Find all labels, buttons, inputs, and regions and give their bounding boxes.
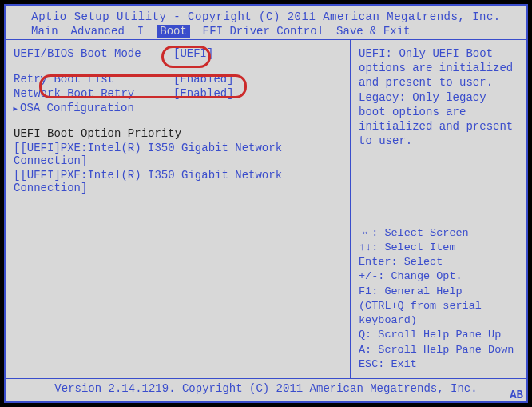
help-key-esc: ESC: Exit xyxy=(359,357,518,372)
help-description: UEFI: Only UEFI Boot options are initial… xyxy=(359,46,518,148)
help-key-screen: →←: Select Screen xyxy=(359,226,518,241)
boot-priority-header: UEFI Boot Option Priority xyxy=(14,126,342,141)
boot-option-1[interactable]: [[UEFI]PXE:Intel(R) I350 Gigabit Network… xyxy=(14,141,342,168)
boot-mode-label: UEFI/BIOS Boot Mode xyxy=(14,47,173,60)
tab-main[interactable]: Main xyxy=(31,25,58,38)
bios-frame: Aptio Setup Utility - Copyright (C) 2011… xyxy=(4,4,528,403)
bios-left-panel: UEFI/BIOS Boot Mode [UEFI] Retry Boot Li… xyxy=(6,40,351,378)
bios-right-panel: UEFI: Only UEFI Boot options are initial… xyxy=(351,40,526,378)
boot-mode-value: [UEFI] xyxy=(173,47,213,60)
row-network-retry[interactable]: Network Boot Retry [Enabled] xyxy=(14,86,342,101)
tab-advanced[interactable]: Advanced xyxy=(71,25,125,38)
help-key-serial: (CTRL+Q from serial keyboard) xyxy=(359,299,518,328)
help-key-change: +/-: Change Opt. xyxy=(359,269,518,284)
bios-tabs: Main Advanced I Boot EFI Driver Control … xyxy=(12,25,520,38)
help-divider xyxy=(351,221,526,221)
bios-content: UEFI/BIOS Boot Mode [UEFI] Retry Boot Li… xyxy=(6,39,526,379)
bios-footer: Version 2.14.1219. Copyright (C) 2011 Am… xyxy=(6,379,526,398)
help-key-select: Enter: Select xyxy=(359,255,518,269)
bios-title: Aptio Setup Utility - Copyright (C) 2011… xyxy=(12,10,520,23)
retry-boot-value: [Enabled] xyxy=(173,73,234,86)
help-key-q: Q: Scroll Help Pane Up xyxy=(359,328,518,342)
submenu-arrow-icon: ▸ xyxy=(12,102,18,115)
row-osa-config[interactable]: ▸ OSA Configuration xyxy=(14,101,342,115)
network-retry-value: [Enabled] xyxy=(173,87,234,100)
help-key-a: A: Scroll Help Pane Down xyxy=(359,343,518,357)
spacer xyxy=(14,115,342,126)
help-key-f1: F1: General Help xyxy=(359,285,518,299)
boot-option-2[interactable]: [[UEFI]PXE:Intel(R) I350 Gigabit Network… xyxy=(14,168,342,195)
network-retry-label: Network Boot Retry xyxy=(14,87,173,100)
tab-efi-driver[interactable]: EFI Driver Control xyxy=(203,25,324,38)
spacer xyxy=(14,61,342,72)
osa-config-label: OSA Configuration xyxy=(14,102,173,114)
tab-partial[interactable]: I xyxy=(137,25,144,38)
ab-badge: AB xyxy=(506,389,526,401)
retry-boot-label: Retry Boot List xyxy=(14,73,173,86)
tab-save-exit[interactable]: Save & Exit xyxy=(336,25,410,38)
help-key-item: ↑↓: Select Item xyxy=(359,241,518,255)
help-keys: →←: Select Screen ↑↓: Select Item Enter:… xyxy=(359,226,518,372)
bios-header: Aptio Setup Utility - Copyright (C) 2011… xyxy=(6,6,526,39)
row-retry-boot[interactable]: Retry Boot List [Enabled] xyxy=(14,72,342,86)
row-boot-mode[interactable]: UEFI/BIOS Boot Mode [UEFI] xyxy=(14,46,342,61)
tab-boot[interactable]: Boot xyxy=(157,25,190,38)
